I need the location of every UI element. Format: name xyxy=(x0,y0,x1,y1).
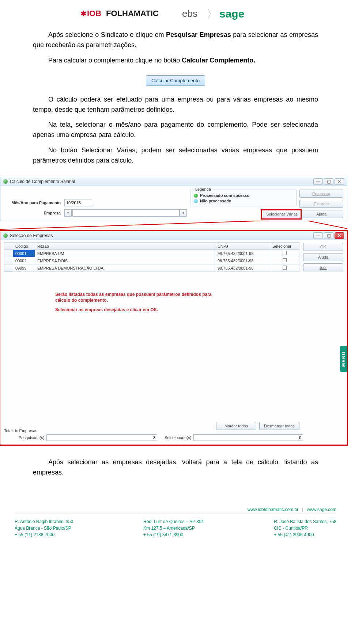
svg-text:✱: ✱ xyxy=(80,9,87,18)
footer-link-iob[interactable]: www.iobfolhamatic.com.br xyxy=(248,507,298,512)
legenda-processado: Processado com sucesso xyxy=(200,193,249,198)
empresa-dropdown-right[interactable] xyxy=(180,209,187,217)
empresa-input[interactable] xyxy=(72,209,180,217)
selecionadas-label: Selecionada(s) xyxy=(165,435,191,440)
processar-button[interactable]: Processar xyxy=(299,190,343,198)
window-title: Cálculo de Complemento Salarial xyxy=(10,179,311,184)
paragraph-4: Na tela, selecionar o mês/ano para pagam… xyxy=(33,120,318,140)
col-rowheader xyxy=(4,243,13,250)
col-cnpj[interactable]: CNPJ xyxy=(215,243,270,250)
empresa-label: Empresa xyxy=(4,211,64,215)
footer-address-americana: Rod. Luiz de Queiros – SP 304Km 127,5 – … xyxy=(143,518,204,538)
svg-line-6 xyxy=(0,221,267,229)
ajuda-button[interactable]: Ajuda xyxy=(303,253,343,261)
window-calculo-complemento: Cálculo de Complemento Salarial — ▢ ✕ Mê… xyxy=(0,177,347,221)
legenda-nao-processado: Não processado xyxy=(200,199,231,203)
svg-text:FOLHAMATIC: FOLHAMATIC xyxy=(106,9,159,18)
selecionadas-value xyxy=(193,434,303,441)
window-selecao-empresas: Seleção de Empresas — ▢ ✕ Código Razão C… xyxy=(0,231,347,445)
document-footer: www.iobfolhamatic.com.br | www.sage.com … xyxy=(0,500,351,549)
document-header: ✱ IOB FOLHAMATIC ebs 〉 sage xyxy=(15,0,336,24)
minimize-button[interactable]: — xyxy=(313,178,323,185)
window-icon xyxy=(3,233,8,238)
col-selecionar[interactable]: Selecionar xyxy=(270,243,299,250)
maximize-button[interactable]: ▢ xyxy=(324,178,333,185)
svg-text:ebs: ebs xyxy=(182,8,197,19)
window-icon xyxy=(3,179,8,184)
minimize-button[interactable]: — xyxy=(313,232,323,239)
mes-ano-label: Mês/Ano para Pagamento xyxy=(4,201,64,205)
empresa-dropdown-left[interactable] xyxy=(64,209,72,217)
svg-line-7 xyxy=(307,221,347,229)
col-razao[interactable]: Razão xyxy=(35,243,215,250)
col-codigo[interactable]: Código xyxy=(13,243,35,250)
table-row[interactable]: 00001 EMPRESA UM 98.765.432/0001-98 xyxy=(4,250,299,257)
header-divider xyxy=(15,24,336,24)
close-button[interactable]: ✕ xyxy=(335,232,344,239)
legenda-box: Legenda Processado com sucesso Não proce… xyxy=(190,190,297,206)
legenda-title: Legenda xyxy=(194,187,212,191)
footer-address-sp: R. Antônio Nagib Ibrahim, 350Água Branca… xyxy=(15,518,73,538)
table-row[interactable]: 00002 EMPRESA DOIS 98.765.432/0001-98 xyxy=(4,257,299,264)
pesquisadas-label: Pesquisada(s) xyxy=(19,435,44,440)
svg-text:IOB: IOB xyxy=(87,9,101,18)
brand-logos: ✱ IOB FOLHAMATIC ebs 〉 sage xyxy=(80,7,271,20)
selecionar-varias-button[interactable]: Selecionar Várias xyxy=(264,210,300,218)
paragraph-6: Após selecionar as empresas desejadas, v… xyxy=(33,457,318,478)
footer-link-sage[interactable]: www.sage.com xyxy=(307,507,336,512)
status-green-icon xyxy=(194,194,198,198)
menu-tab[interactable]: MENU xyxy=(340,346,347,372)
calcular-complemento-button[interactable]: Calcular Complemento xyxy=(146,75,205,86)
checkbox[interactable] xyxy=(283,251,287,255)
empresas-table: Código Razão CNPJ Selecionar 00001 EMPRE… xyxy=(4,242,299,272)
status-cyan-icon xyxy=(194,199,198,203)
checkbox[interactable] xyxy=(283,266,287,270)
footer-address-curitiba: R. José Batista dos Santos, 758CIC - Cur… xyxy=(274,518,336,538)
pesquisadas-value xyxy=(46,434,157,441)
svg-text:〉: 〉 xyxy=(207,8,218,20)
zoom-lines xyxy=(0,221,347,231)
checkbox[interactable] xyxy=(283,258,287,262)
window-title: Seleção de Empresas xyxy=(10,233,311,238)
svg-text:sage: sage xyxy=(219,8,244,20)
sair-button[interactable]: Sair xyxy=(303,263,343,271)
ajuda-button[interactable]: Ajuda xyxy=(299,210,343,218)
totals-bar: Total de Empresas Pesquisada(s) Selecion… xyxy=(4,428,303,441)
close-button[interactable]: ✕ xyxy=(335,178,344,185)
total-empresas-label: Total de Empresas xyxy=(4,428,48,433)
instruction-text: Serão listadas todas as empresas que pos… xyxy=(55,291,216,313)
estornar-button[interactable]: Estornar xyxy=(299,200,343,208)
mes-ano-input[interactable] xyxy=(64,199,92,206)
paragraph-5: No botão Selecionar Várias, podem ser se… xyxy=(33,145,318,166)
paragraph-1: Após selecione o Sindicato e clique em P… xyxy=(33,30,318,50)
ok-button[interactable]: OK xyxy=(303,243,343,251)
table-row[interactable]: 09999 EMPRESA DEMONSTRAÇÃO LTDA. 98.765.… xyxy=(4,264,299,272)
maximize-button[interactable]: ▢ xyxy=(324,232,333,239)
paragraph-2: Para calcular o complemento clique no bo… xyxy=(33,56,318,66)
paragraph-3: O cálculo poderá ser efetuado para uma e… xyxy=(33,95,318,115)
